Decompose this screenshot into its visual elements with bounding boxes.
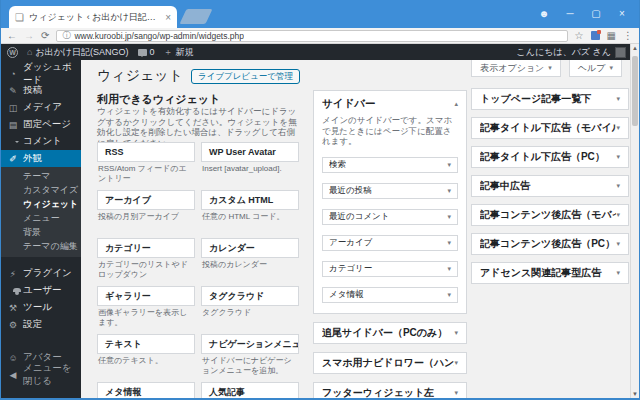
sidebar-widget-search[interactable]: 検索▾ xyxy=(322,157,458,173)
widget-card-title[interactable]: カテゴリー xyxy=(97,238,195,258)
bookmark-star-icon[interactable]: ☆ xyxy=(575,31,584,41)
wordpress-logo-icon[interactable]: W xyxy=(7,47,18,58)
menu-tools[interactable]: ⚒ ツール xyxy=(1,299,81,316)
menu-pages[interactable]: ▤ 固定ページ xyxy=(1,116,81,133)
menu-media[interactable]: ◫ メディア xyxy=(1,99,81,116)
panel-under-title-ad-pc[interactable]: 記事タイトル下広告（PC）▾ xyxy=(471,146,629,168)
widget-card-title[interactable]: アーカイブ xyxy=(97,190,195,210)
submenu-themes[interactable]: テーマ xyxy=(1,169,81,183)
menu-plugins[interactable]: ⚡ プラグイン xyxy=(1,265,81,282)
sidebar-widget-categories[interactable]: カテゴリー▾ xyxy=(322,261,458,277)
chevron-down-icon: ▾ xyxy=(616,124,620,132)
submenu-customize[interactable]: カスタマイズ xyxy=(1,183,81,197)
sidebar-widget-archives[interactable]: アーカイブ▾ xyxy=(322,235,458,251)
adminbar-new-link[interactable]: ＋ 新規 xyxy=(164,46,194,59)
back-icon[interactable]: ← xyxy=(7,31,17,41)
close-button[interactable]: × xyxy=(609,8,635,19)
sidebar-panel: サイドバー ▴ メインのサイドバーです。スマホで見たときにはページ下に配置されま… xyxy=(313,90,467,314)
panel-top-page-list[interactable]: トップページ記事一覧下▾ xyxy=(471,88,629,110)
screen-options-button[interactable]: 表示オプション ▾ xyxy=(471,60,561,77)
panel-footer-left[interactable]: フッターウィジェット左▾ xyxy=(313,382,467,398)
new-tab-button[interactable] xyxy=(180,9,213,24)
appearance-icon: ✐ xyxy=(8,154,18,164)
adminbar-greeting[interactable]: こんにちは、バズ さん xyxy=(517,46,611,59)
site-info-icon[interactable]: ⓘ xyxy=(62,30,70,41)
sidebar-panel-header[interactable]: サイドバー ▴ xyxy=(314,91,466,115)
extension-icon[interactable] xyxy=(591,31,600,40)
tab-close-icon[interactable]: × xyxy=(165,12,171,23)
widget-card-meta: メタ情報 xyxy=(97,382,195,398)
panel-mobile-drawer[interactable]: スマホ用ナビドロワー（ハンバ▾ xyxy=(313,352,467,374)
submenu-menus[interactable]: メニュー xyxy=(1,211,81,225)
profile-icon[interactable]: ☻ xyxy=(531,8,557,19)
widget-card-tag-cloud: タグクラウドタグクラウド xyxy=(201,286,299,334)
dashboard-icon: ◔ xyxy=(8,69,18,79)
menu-appearance[interactable]: ✐ 外観 xyxy=(1,150,81,167)
pages-icon: ▤ xyxy=(8,120,18,130)
scroll-down-icon[interactable]: ▼ xyxy=(631,391,639,397)
url-text[interactable]: www.kuroobi.jp/sango/wp-admin/widgets.ph… xyxy=(74,31,244,41)
widget-card-title[interactable]: カスタム HTML xyxy=(201,190,299,210)
menu-users[interactable]: ユーザー xyxy=(1,282,81,299)
minimize-button[interactable]: ─ xyxy=(557,8,583,19)
widget-card-title[interactable]: メタ情報 xyxy=(97,382,195,398)
chevron-down-icon: ▾ xyxy=(616,211,620,219)
collapse-menu-button[interactable]: ◀ メニューを閉じる xyxy=(1,366,81,383)
live-preview-button[interactable]: ライブプレビューで管理 xyxy=(191,69,300,84)
chevron-down-icon: ▾ xyxy=(447,265,451,273)
adminbar-site-link[interactable]: ⌂ お出かけ日記(SANGO) xyxy=(27,46,129,59)
widget-card-title[interactable]: 人気記事 xyxy=(201,382,299,398)
chevron-down-icon: ▾ xyxy=(454,359,458,367)
media-icon: ◫ xyxy=(8,103,18,113)
chevron-down-icon: ▾ xyxy=(609,60,613,76)
widget-card-title[interactable]: ギャラリー xyxy=(97,286,195,306)
home-icon: ⌂ xyxy=(27,48,32,57)
maximize-button[interactable]: ▢ xyxy=(583,8,609,19)
widget-card-title[interactable]: カレンダー xyxy=(201,238,299,258)
panel-sticky-sidebar[interactable]: 追尾サイドバー（PCのみ）▾ xyxy=(313,322,467,344)
screenshot-extension-icon[interactable]: ▦ xyxy=(607,31,616,41)
widget-card-custom-html: カスタム HTML任意の HTML コード。 xyxy=(201,190,299,238)
panel-under-title-ad-mobile[interactable]: 記事タイトル下広告（モバイル▾ xyxy=(471,117,629,139)
widget-card-title[interactable]: WP User Avatar xyxy=(201,142,299,162)
widget-card-title[interactable]: タグクラウド xyxy=(201,286,299,306)
chrome-menu-icon[interactable]: ⋮ xyxy=(623,31,633,41)
widget-card-title[interactable]: RSS xyxy=(97,142,195,162)
address-bar[interactable]: ⓘ www.kuroobi.jp/sango/wp-admin/widgets.… xyxy=(56,30,567,42)
menu-settings[interactable]: ⚙ 設定 xyxy=(1,316,81,333)
widget-card-wp-user-avatar: WP User AvatarInsert [avatar_upload]. xyxy=(201,142,299,190)
widget-card-title[interactable]: テキスト xyxy=(97,334,195,354)
avatar-menu-icon: ☺ xyxy=(8,353,18,363)
widget-card-rss: RSSRSS/Atom フィードのエントリー xyxy=(97,142,195,190)
adminbar-comments-link[interactable]: 0 xyxy=(138,47,155,57)
page-favicon-icon: ❏ xyxy=(15,12,24,23)
user-avatar[interactable] xyxy=(615,47,626,58)
panel-adsense-related-ad[interactable]: アドセンス関連記事型広告▾ xyxy=(471,262,629,284)
scroll-up-icon[interactable]: ▲ xyxy=(631,45,639,51)
submenu-background[interactable]: 背景 xyxy=(1,225,81,239)
reload-icon[interactable]: ⟳ xyxy=(41,31,49,41)
panel-after-content-ad-mobile[interactable]: 記事コンテンツ後広告（モバイ▾ xyxy=(471,204,629,226)
menu-dashboard[interactable]: ◔ ダッシュボード xyxy=(1,65,81,82)
menu-comments[interactable]: コメント xyxy=(1,133,81,150)
panel-in-article-ad[interactable]: 記事中広告▾ xyxy=(471,175,629,197)
scrollbar-thumb[interactable] xyxy=(632,56,638,126)
page-title: ウィジェット xyxy=(97,67,183,85)
plus-icon: ＋ xyxy=(164,48,173,57)
forward-icon[interactable]: → xyxy=(24,31,34,41)
chevron-down-icon: ▾ xyxy=(447,213,451,221)
collapse-icon: ◀ xyxy=(8,370,18,380)
panel-after-content-ad-pc[interactable]: 記事コンテンツ後広告（PC）▾ xyxy=(471,233,629,255)
sidebar-widget-recent-posts[interactable]: 最近の投稿▾ xyxy=(322,183,458,199)
tools-icon: ⚒ xyxy=(8,303,18,313)
help-button[interactable]: ヘルプ ▾ xyxy=(569,60,622,77)
sidebar-widget-meta[interactable]: メタ情報▾ xyxy=(322,287,458,303)
scrollbar[interactable]: ▲ ▼ xyxy=(630,44,639,398)
widget-card-title[interactable]: ナビゲーションメニュー xyxy=(201,334,299,354)
submenu-widgets[interactable]: ウィジェット xyxy=(1,197,81,211)
submenu-editor[interactable]: テーマの編集 xyxy=(1,239,81,253)
chevron-down-icon: ▾ xyxy=(447,187,451,195)
browser-tab[interactable]: ❏ ウィジェット ‹ お出かけ日記… × xyxy=(9,6,177,28)
widget-card-categories: カテゴリーカテゴリーのリストやドロップダウン xyxy=(97,238,195,286)
sidebar-widget-recent-comments[interactable]: 最近のコメント▾ xyxy=(322,209,458,225)
